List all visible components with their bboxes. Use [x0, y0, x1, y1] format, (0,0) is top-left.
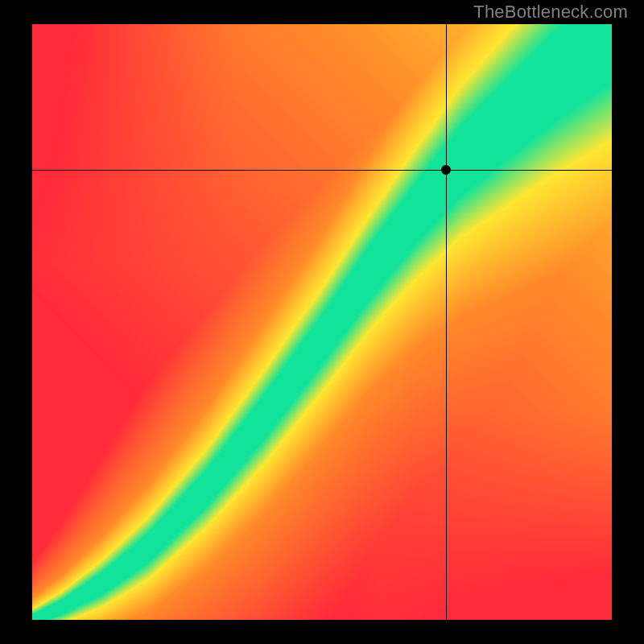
heatmap-canvas — [32, 24, 612, 620]
attribution-text: TheBottleneck.com — [473, 2, 628, 23]
data-point-marker — [441, 165, 451, 175]
crosshair-vertical — [446, 24, 447, 620]
crosshair-horizontal — [32, 170, 612, 171]
heatmap-plot — [32, 24, 612, 620]
